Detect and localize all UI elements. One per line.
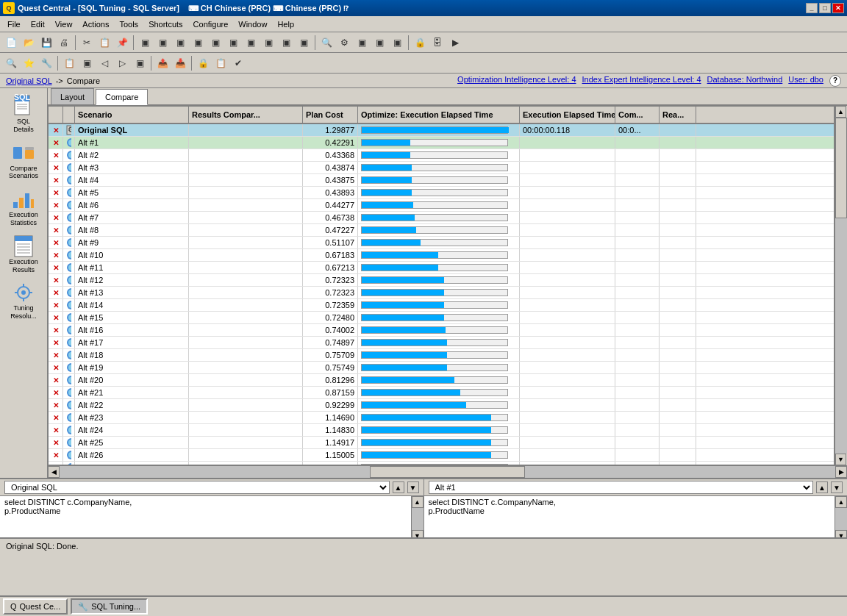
sql-nav-down-left[interactable]: ▼ bbox=[407, 481, 419, 493]
maximize-button[interactable]: □ bbox=[819, 3, 831, 13]
menu-help[interactable]: Help bbox=[273, 18, 299, 30]
cell-check[interactable]: ✕ bbox=[49, 337, 63, 348]
cell-check[interactable]: ✕ bbox=[49, 162, 63, 173]
tb2-btn4[interactable]: 📋 bbox=[61, 55, 77, 71]
table-row[interactable]: ✕Alt #200.81296 bbox=[49, 374, 834, 387]
tb2-btn11[interactable]: 🔒 bbox=[195, 55, 211, 71]
cell-check[interactable]: ✕ bbox=[49, 262, 63, 273]
sidebar-item-tuning[interactable]: TuningResolu... bbox=[1, 278, 46, 323]
scroll-right-button[interactable]: ▶ bbox=[835, 466, 847, 478]
menu-edit[interactable]: Edit bbox=[26, 18, 49, 30]
tb2-btn3[interactable]: 🔧 bbox=[38, 55, 54, 71]
cell-check[interactable]: ✕ bbox=[49, 249, 63, 261]
database-info[interactable]: Database: Northwind bbox=[707, 75, 783, 87]
tb-extra2[interactable]: ▣ bbox=[371, 35, 387, 51]
tb-btn3[interactable]: ▣ bbox=[172, 35, 188, 51]
menu-shortcuts[interactable]: Shortcuts bbox=[144, 18, 187, 30]
menu-configure[interactable]: Configure bbox=[189, 18, 233, 30]
minimize-button[interactable]: _ bbox=[806, 3, 818, 13]
tb-gear[interactable]: ⚙ bbox=[336, 35, 352, 51]
cell-check[interactable]: ✕ bbox=[49, 362, 63, 373]
menu-view[interactable]: View bbox=[51, 18, 77, 30]
sidebar-item-exec-stats[interactable]: ExecutionStatistics bbox=[1, 185, 46, 230]
tb-print[interactable]: 🖨 bbox=[56, 35, 72, 51]
table-row[interactable]: ✕Alt #20.43368 bbox=[49, 149, 834, 162]
menu-tools[interactable]: Tools bbox=[115, 18, 143, 30]
table-row[interactable]: ✕Alt #241.14830 bbox=[49, 424, 834, 437]
sql-dropdown-right[interactable]: Alt #1 bbox=[429, 481, 814, 494]
opt-level[interactable]: Optimization Intelligence Level: 4 bbox=[457, 75, 576, 87]
cell-check[interactable]: ✕ bbox=[49, 449, 63, 461]
col-rea[interactable]: Rea... bbox=[660, 107, 696, 123]
table-row[interactable]: ✕Alt #130.72323 bbox=[49, 287, 834, 299]
col-results[interactable]: Results Compar... bbox=[189, 107, 303, 123]
tb-db[interactable]: 🗄 bbox=[429, 35, 446, 51]
sql-scroll-down-right[interactable]: ▼ bbox=[835, 530, 847, 537]
cell-check[interactable]: ✕ bbox=[49, 174, 63, 186]
scroll-thumb-h[interactable] bbox=[370, 466, 525, 478]
sql-scroll-right[interactable]: ▲ ▼ bbox=[835, 496, 847, 537]
tb-btn5[interactable]: ▣ bbox=[207, 35, 224, 51]
tb-btn10[interactable]: ▣ bbox=[296, 35, 312, 51]
table-row[interactable]: ✕Alt #100.67183 bbox=[49, 249, 834, 262]
table-row[interactable]: ✕Alt #271.28378 bbox=[49, 462, 834, 465]
col-scenario[interactable]: Scenario bbox=[75, 107, 189, 123]
sql-scroll-down-left[interactable]: ▼ bbox=[412, 530, 424, 537]
sidebar-item-compare[interactable]: CompareScenarios bbox=[1, 138, 46, 184]
table-row[interactable]: ✕Alt #210.87159 bbox=[49, 387, 834, 399]
table-row[interactable]: ✕Alt #231.14690 bbox=[49, 412, 834, 424]
tb2-btn5[interactable]: ▣ bbox=[79, 55, 95, 71]
breadcrumb-original[interactable]: Original SQL bbox=[6, 76, 52, 85]
tb2-btn13[interactable]: ✔ bbox=[230, 55, 246, 71]
table-row[interactable]: ✕Alt #40.43875 bbox=[49, 174, 834, 187]
table-row[interactable]: ✕Alt #70.46738 bbox=[49, 212, 834, 224]
col-com[interactable]: Com... bbox=[615, 107, 660, 123]
cell-check[interactable]: ✕ bbox=[49, 299, 63, 311]
cell-check[interactable]: ✕ bbox=[49, 187, 63, 198]
table-row[interactable]: ✕Alt #261.15005 bbox=[49, 449, 834, 462]
tb-btn9[interactable]: ▣ bbox=[278, 35, 294, 51]
sql-scroll-track-right[interactable] bbox=[835, 508, 847, 530]
tb-btn8[interactable]: ▣ bbox=[260, 35, 276, 51]
sql-nav-up-left[interactable]: ▲ bbox=[393, 481, 404, 493]
tb-copy[interactable]: 📋 bbox=[96, 35, 112, 51]
user-info[interactable]: User: dbo bbox=[788, 75, 823, 87]
tb-extra1[interactable]: ▣ bbox=[354, 35, 370, 51]
cell-check[interactable]: ✕ bbox=[49, 437, 63, 448]
cell-check[interactable]: ✕ bbox=[49, 374, 63, 386]
tb-btn4[interactable]: ▣ bbox=[190, 35, 206, 51]
cell-check[interactable]: ✕ bbox=[49, 212, 63, 223]
tb2-btn1[interactable]: 🔍 bbox=[3, 55, 19, 71]
tb2-btn9[interactable]: 📤 bbox=[154, 55, 171, 71]
tb2-btn6[interactable]: ◁ bbox=[96, 55, 112, 71]
table-row[interactable]: ✕⚙Original SQL1.2987700:00:00.11800:0... bbox=[49, 124, 834, 137]
col-plan[interactable]: Plan Cost bbox=[303, 107, 358, 123]
tb2-btn12[interactable]: 📋 bbox=[212, 55, 229, 71]
cell-check[interactable]: ✕ bbox=[49, 399, 63, 411]
cell-check[interactable]: ✕ bbox=[49, 237, 63, 248]
tb-btn7[interactable]: ▣ bbox=[243, 35, 259, 51]
sql-scroll-up-left[interactable]: ▲ bbox=[412, 496, 424, 508]
scroll-left-button[interactable]: ◀ bbox=[48, 466, 60, 478]
scroll-up-button[interactable]: ▲ bbox=[835, 106, 846, 118]
tb-open[interactable]: 📂 bbox=[21, 35, 37, 51]
tab-layout[interactable]: Layout bbox=[51, 88, 94, 104]
table-row[interactable]: ✕Alt #120.72323 bbox=[49, 274, 834, 287]
cell-check[interactable]: ✕ bbox=[49, 287, 63, 298]
help-button[interactable]: ? bbox=[829, 75, 841, 87]
table-row[interactable]: ✕Alt #180.75709 bbox=[49, 349, 834, 362]
scroll-track[interactable] bbox=[835, 118, 847, 454]
tb-cut[interactable]: ✂ bbox=[79, 35, 95, 51]
index-level[interactable]: Index Expert Intelligence Level: 4 bbox=[582, 75, 701, 87]
cell-check[interactable]: ✕ bbox=[49, 424, 63, 436]
table-row[interactable]: ✕Alt #30.43874 bbox=[49, 162, 834, 174]
table-row[interactable]: ✕Alt #10.42291 bbox=[49, 137, 834, 149]
col-elapsed[interactable]: Execution Elapsed Time ▲ bbox=[520, 107, 615, 123]
tb-save[interactable]: 💾 bbox=[38, 35, 54, 51]
table-row[interactable]: ✕Alt #170.74897 bbox=[49, 337, 834, 349]
scroll-down-button[interactable]: ▼ bbox=[835, 454, 846, 465]
table-row[interactable]: ✕Alt #60.44277 bbox=[49, 199, 834, 212]
table-row[interactable]: ✕Alt #80.47227 bbox=[49, 224, 834, 237]
cell-check[interactable]: ✕ bbox=[49, 324, 63, 336]
close-button[interactable]: ✕ bbox=[832, 3, 844, 13]
